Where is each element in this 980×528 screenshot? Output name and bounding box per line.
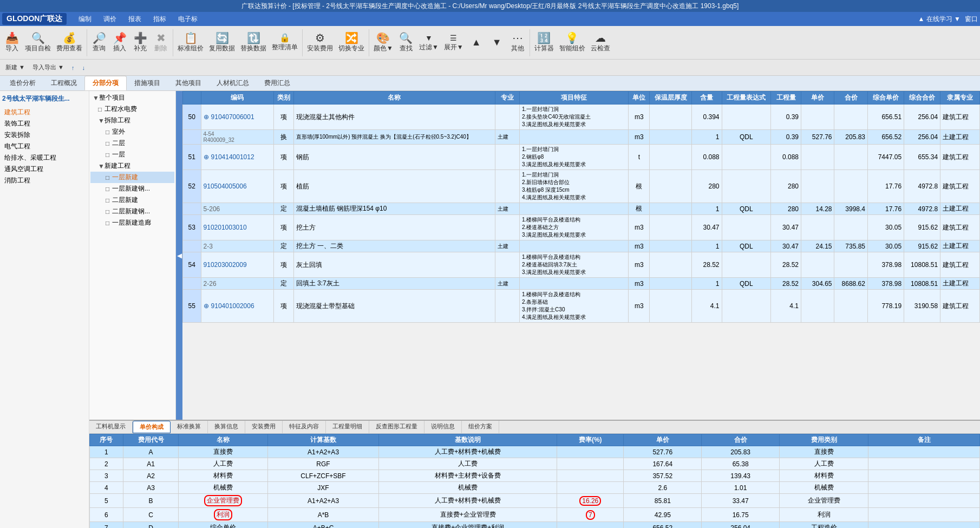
bottom-tab-stdconv[interactable]: 标准换算: [171, 421, 208, 433]
cell-expr[interactable]: QDL: [722, 278, 771, 290]
cell-comp-total[interactable]: 4972.8: [904, 170, 940, 203]
cell-name[interactable]: 灰土回填: [293, 252, 495, 278]
cell-comp-total[interactable]: 10808.51: [904, 278, 940, 290]
cell-code[interactable]: ⊕910401002006: [201, 290, 273, 323]
window-btn[interactable]: 窗口: [965, 15, 978, 24]
cell-code[interactable]: 910201003010: [201, 215, 273, 240]
table-row[interactable]: 4-54R400009_32 换 直形墙(厚100mm以外) 预拌混凝土 换为【…: [183, 130, 980, 145]
btn-arrange[interactable]: 🔒 整理清单: [270, 32, 300, 53]
cell-name[interactable]: 混凝土墙植筋 钢筋理深154 φ10: [293, 203, 495, 215]
logo[interactable]: GLODON广联达: [2, 13, 67, 25]
online-study[interactable]: ▲ 在线学习 ▼: [918, 15, 961, 24]
sidebar-item-hvac[interactable]: 通风空调工程: [2, 164, 87, 175]
cell-amount[interactable]: 4.1: [691, 290, 722, 323]
cell-code[interactable]: 2-26: [201, 278, 273, 290]
table-row[interactable]: 51 ⊕910414001012 项 钢筋 1.一层封墙门洞2.钢筋φ83.满足…: [183, 145, 980, 170]
cell-qty[interactable]: 28.52: [771, 252, 801, 278]
table-row[interactable]: 53 910201003010 项 挖土方 1.楼梯间平台及楼道结构2.楼道基础…: [183, 215, 980, 240]
bottom-tab-features[interactable]: 特征及内容: [283, 421, 326, 433]
cell-comp-total[interactable]: 4972.8: [904, 203, 940, 215]
menu-price[interactable]: 调价: [98, 14, 122, 25]
btn-expand[interactable]: ☰ 展开▼: [442, 32, 466, 53]
btn-reuse[interactable]: 🔄 复用数据: [207, 31, 237, 54]
bottom-table-row[interactable]: 5 B 企业管理费 A1+A2+A3 人工费+材料费+机械费 16.26 85.…: [90, 494, 980, 508]
cell-comp-total[interactable]: 3190.58: [904, 290, 940, 323]
table-row[interactable]: 5-206 定 混凝土墙植筋 钢筋理深154 φ10 土建 根 1 QDL 28…: [183, 203, 980, 215]
cell-total[interactable]: 735.85: [834, 240, 868, 252]
btn-movedown[interactable]: ↓: [79, 64, 88, 71]
tree-item-utilities[interactable]: □ 工程水电费: [90, 103, 174, 115]
tab-project-overview[interactable]: 工程概况: [43, 76, 84, 90]
cell-comp-price[interactable]: 30.05: [867, 215, 904, 240]
cell-comp-price[interactable]: 7447.05: [867, 145, 904, 170]
sidebar-item-electrical[interactable]: 电气工程: [2, 141, 87, 152]
cell-name[interactable]: 现浇混凝土带型基础: [293, 290, 495, 323]
cell-amount[interactable]: 1: [691, 203, 722, 215]
bottom-tab-qty-detail[interactable]: 工程量明细: [326, 421, 369, 433]
menu-report[interactable]: 报表: [123, 14, 147, 25]
table-row[interactable]: 55 ⊕910401002006 项 现浇混凝土带型基础 1.楼梯间平台及楼道结…: [183, 290, 980, 323]
btn-cloud[interactable]: ☁ 云检查: [589, 31, 612, 54]
btn-switch[interactable]: 🔀 切换专业: [336, 31, 367, 54]
btn-color[interactable]: 🎨 颜色▼: [371, 31, 395, 54]
cell-comp-price[interactable]: 378.98: [867, 278, 904, 290]
btn-selfcheck[interactable]: 🔍 项目自检: [23, 31, 53, 54]
btn-installfee[interactable]: ⚙ 安装费用: [305, 31, 335, 54]
cell-name[interactable]: 植筋: [293, 170, 495, 203]
btn-new[interactable]: 新建 ▼: [2, 63, 28, 72]
main-table-container[interactable]: 编码 类别 名称 专业 项目特征 单位 保温层厚度 含量 工程量表达式 工程量 …: [182, 91, 980, 420]
btn-replace[interactable]: 🔃 替换数据: [238, 31, 269, 54]
bottom-table-row[interactable]: 6 C 利润 A*B 直接费+企业管理费 7 42.95 16.75: [90, 508, 980, 522]
btcell-name[interactable]: 利润: [179, 508, 267, 522]
tree-item-floor1[interactable]: □ 一层: [90, 149, 174, 160]
bottom-table-row[interactable]: 3 A2 材料费 CLF+ZCF+SBF 材料费+主材费+设备费 357.52 …: [90, 470, 980, 482]
btn-moveup[interactable]: ↑: [68, 64, 78, 71]
btn-find[interactable]: 🔍 查找: [396, 31, 416, 54]
sidebar-item-construction[interactable]: 建筑工程: [2, 107, 87, 118]
tree-item-floor2-steel[interactable]: □ 二层新建钢...: [90, 206, 174, 217]
tree-item-floor1-gallery[interactable]: □ 一层新建造廊: [90, 217, 174, 229]
table-row[interactable]: 54 910203002009 项 灰土回填 1.楼梯间平台及楼道结构2.楼道基…: [183, 252, 980, 278]
cell-amount[interactable]: 0.394: [691, 105, 722, 130]
cell-name[interactable]: 现浇混凝土其他构件: [293, 105, 495, 130]
cell-price[interactable]: 14.28: [801, 203, 834, 215]
btn-down[interactable]: ▼: [487, 36, 507, 50]
cell-qty[interactable]: 30.47: [771, 240, 801, 252]
cell-total[interactable]: 3998.4: [834, 203, 868, 215]
cell-expr[interactable]: QDL: [722, 240, 771, 252]
sidebar-item-plumbing[interactable]: 给排水、采暖工程: [2, 152, 87, 164]
cell-code[interactable]: 910203002009: [201, 252, 273, 278]
cell-price[interactable]: 24.15: [801, 240, 834, 252]
table-row[interactable]: 2-3 定 挖土方 一、二类 土建 m3 1 QDL 30.47 24.15 7…: [183, 240, 980, 252]
btcell-rate[interactable]: 7: [557, 508, 624, 522]
btn-other[interactable]: ⋯ 其他: [508, 31, 527, 54]
cell-qty[interactable]: 28.52: [771, 278, 801, 290]
sidebar-item-decoration[interactable]: 装饰工程: [2, 118, 87, 129]
cell-comp-total[interactable]: 915.62: [904, 215, 940, 240]
cell-code[interactable]: 910504005006: [201, 170, 273, 203]
tab-fees[interactable]: 费用汇总: [257, 76, 298, 90]
cell-name[interactable]: 挖土方: [293, 215, 495, 240]
cell-name[interactable]: 直形墙(厚100mm以外) 预拌混凝土 换为【混凝土(石子粒径0.5~3.2)C…: [293, 130, 495, 145]
cell-comp-price[interactable]: 30.05: [867, 240, 904, 252]
sidebar-item-installation[interactable]: 安装拆除: [2, 129, 87, 141]
cell-qty[interactable]: 0.39: [771, 105, 801, 130]
cell-total[interactable]: 205.83: [834, 130, 868, 145]
cell-name[interactable]: 钢筋: [293, 145, 495, 170]
cell-comp-total[interactable]: 256.04: [904, 130, 940, 145]
cell-qty[interactable]: 0.39: [771, 130, 801, 145]
cell-expr[interactable]: QDL: [722, 203, 771, 215]
bottom-tab-unitprice[interactable]: 单价构成: [133, 421, 171, 433]
cell-amount[interactable]: 1: [691, 240, 722, 252]
menu-edit[interactable]: 编制: [73, 14, 97, 25]
tab-cost-analysis[interactable]: 造价分析: [2, 76, 43, 90]
bottom-table-row[interactable]: 2 A1 人工费 RGF 人工费 167.64 65.38 人工费: [90, 458, 980, 470]
cell-comp-total[interactable]: 10808.51: [904, 252, 940, 278]
cell-comp-total[interactable]: 256.04: [904, 105, 940, 130]
bottom-table-row[interactable]: 4 A3 机械费 JXF 机械费 2.6 1.01 机械费: [90, 482, 980, 494]
cell-name[interactable]: 挖土方 一、二类: [293, 240, 495, 252]
tree-item-floor1-steel[interactable]: □ 一层新建钢...: [90, 183, 174, 194]
tree-item-floor2-new[interactable]: □ 二层新建: [90, 194, 174, 206]
cell-amount[interactable]: 1: [691, 130, 722, 145]
cell-code[interactable]: 5-206: [201, 203, 273, 215]
